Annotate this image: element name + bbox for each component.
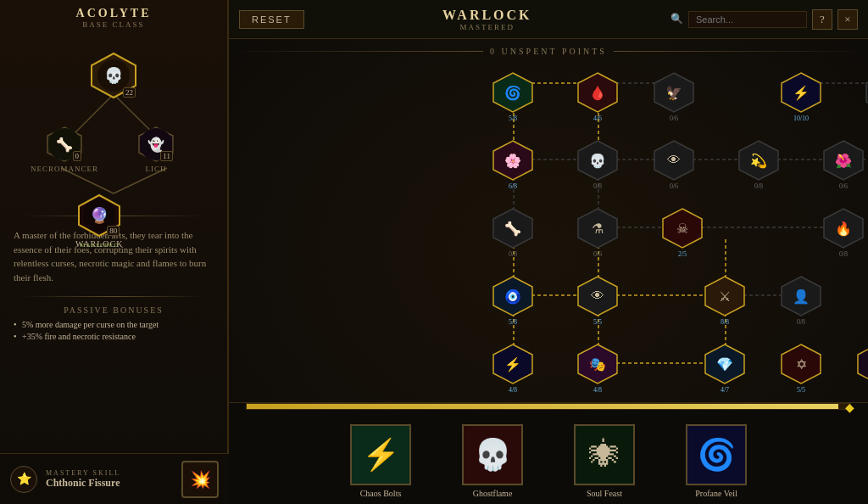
search-input[interactable]	[688, 11, 807, 28]
hex-count-n14: 0/8	[509, 250, 517, 258]
unspent-bar: 0 Unspent Points	[229, 39, 868, 63]
tree-node-n17[interactable]: 🔥 0/8	[822, 207, 865, 258]
tree-node-n21[interactable]: 👁 5/5	[576, 275, 619, 326]
tree-node-n26[interactable]: ⚡ 4/8	[492, 343, 534, 394]
xp-bar-fill	[247, 404, 838, 409]
hex-wrap-n21: 👁	[576, 275, 619, 317]
tree-node-n15[interactable]: ⚗ 0/6	[576, 207, 619, 258]
tree-node-n23[interactable]: 👤 0/8	[780, 275, 822, 326]
bottom-skills-container: ⚡ Chaos Bolts 💀 Ghostflame 🕷 Soul Feast …	[263, 424, 834, 498]
warlock-mastered: Mastered	[80, 242, 119, 249]
passive-item-2: +35% fire and necrotic resistance	[14, 332, 214, 341]
tree-node-n5[interactable]: 🤚 0/5	[865, 71, 868, 122]
passive-bonuses: Passive Bonuses 5% more damage per curse…	[0, 302, 227, 347]
hex-wrap-n8: 🌸	[492, 139, 534, 182]
node-necromancer[interactable]: 🦴 0 Necromancer	[31, 126, 98, 173]
top-bar-controls: 🔍 ? ×	[670, 9, 858, 30]
hex-count-n28: 4/7	[721, 386, 729, 394]
tree-node-n20[interactable]: 🧿 5/8	[492, 275, 534, 326]
class-header: Acolyte Base Class	[76, 0, 152, 32]
hex-wrap-n20: 🧿	[492, 275, 534, 317]
bottom-skill-chaos-bolts[interactable]: ⚡ Chaos Bolts	[350, 424, 411, 498]
bottom-skill-icon-chaos-bolts: ⚡	[350, 424, 411, 485]
hex-wrap-n23: 👤	[780, 275, 822, 317]
tree-node-n16[interactable]: ☠ 2/5	[661, 207, 704, 258]
search-icon: 🔍	[670, 13, 683, 25]
reset-button[interactable]: Reset	[239, 10, 304, 29]
class-name: Acolyte	[76, 7, 152, 20]
left-panel: Acolyte Base Class 💀 22	[0, 0, 229, 504]
tree-node-n30[interactable]: 🕷 2/5	[856, 343, 868, 394]
xp-bar-arrow: ◆	[845, 400, 854, 415]
mastery-icon[interactable]: 💥	[181, 461, 219, 498]
hex-count-n12: 0/6	[839, 182, 848, 190]
hex-icon-n14: 🦴	[504, 221, 521, 237]
hex-icon-n17: 🔥	[835, 221, 852, 237]
warlock-title-block: Warlock Mastered	[313, 8, 662, 31]
tree-node-n29[interactable]: ✡ 5/5	[780, 343, 822, 394]
divider-2	[23, 296, 204, 297]
node-lich[interactable]: 👻 11 Lich	[137, 126, 175, 173]
bottom-skill-icon-symbol-soul-feast: 🕷	[589, 437, 620, 473]
bottom-skill-soul-feast[interactable]: 🕷 Soul Feast	[574, 424, 635, 498]
tree-node-n27[interactable]: 🎭 4/8	[576, 343, 619, 394]
hex-wrap-n4: ⚡	[780, 71, 822, 114]
node-acolyte[interactable]: 💀 22	[90, 52, 137, 99]
bottom-skill-ghostflame[interactable]: 💀 Ghostflame	[462, 424, 523, 498]
unspent-text: 0 Unspent Points	[490, 47, 607, 56]
hex-wrap-n3: 🦅	[653, 71, 695, 114]
mastery-skill-star-icon: ⭐	[10, 466, 37, 493]
hex-icon-n10: 👁	[667, 153, 681, 168]
tree-node-n12[interactable]: 🌺 0/6	[822, 139, 865, 190]
node-warlock[interactable]: 🔮 80 Warlock Mastered	[75, 193, 123, 249]
tree-node-n10[interactable]: 👁 0/6	[653, 139, 695, 190]
hex-svg-n30	[856, 343, 868, 385]
hex-wrap-n2: 🩸	[576, 71, 619, 114]
tree-node-n11[interactable]: 💫 0/8	[737, 139, 780, 190]
help-button[interactable]: ?	[812, 9, 832, 30]
class-label: Base Class	[76, 20, 152, 29]
passive-title: Passive Bonuses	[14, 305, 214, 315]
tree-node-n14[interactable]: 🦴 0/8	[492, 207, 534, 258]
mastery-info: Mastery Skill Chthonic Fissure	[46, 469, 173, 490]
hex-count-n16: 2/5	[678, 250, 687, 258]
hex-count-n22: 8/8	[721, 318, 729, 326]
tree-node-n1[interactable]: 🌀 5/8	[492, 71, 534, 122]
warlock-title-sub: Mastered	[313, 23, 662, 31]
lich-label: Lich	[146, 165, 167, 173]
xp-bar-bg	[246, 403, 851, 410]
hex-wrap-n14: 🦴	[492, 207, 534, 249]
tree-node-n9[interactable]: 💀 0/8	[576, 139, 619, 190]
hex-icon-n4: ⚡	[793, 85, 810, 101]
bottom-skill-icon-soul-feast: 🕷	[574, 424, 635, 485]
bottom-skill-profane-veil[interactable]: 🌀 Profane Veil	[686, 424, 747, 498]
tree-node-n2[interactable]: 🩸 4/6	[576, 71, 619, 122]
bottom-skill-icon-ghostflame: 💀	[462, 424, 523, 485]
mastery-icon-symbol: 💥	[190, 469, 211, 490]
hex-wrap-n17: 🔥	[822, 207, 865, 249]
skill-tree-area: 🌀 5/8 🩸 4/6 🦅 0/6 ⚡ 10/10	[229, 63, 868, 419]
hex-icon-n26: ⚡	[504, 356, 521, 372]
mastery-skill-bar[interactable]: ⭐ Mastery Skill Chthonic Fissure 💥	[0, 453, 229, 504]
necromancer-level: 0	[73, 151, 82, 161]
hex-count-n8: 6/8	[509, 182, 517, 190]
close-button[interactable]: ×	[837, 9, 858, 30]
hex-icon-n28: 💎	[716, 356, 733, 372]
hex-icon-n9: 💀	[589, 153, 606, 169]
hex-wrap-n30: 🕷	[856, 343, 868, 385]
right-panel: Reset Warlock Mastered 🔍 ? × 0 Unspent P…	[229, 0, 868, 504]
tree-node-n8[interactable]: 🌸 6/8	[492, 139, 534, 190]
hex-icon-n12: 🌺	[835, 153, 852, 169]
hex-count-n23: 0/8	[797, 318, 805, 326]
hex-count-n21: 5/5	[593, 318, 602, 326]
hex-wrap-n12: 🌺	[822, 139, 865, 182]
tree-node-n4[interactable]: ⚡ 10/10	[780, 71, 822, 122]
bottom-skill-icon-symbol-ghostflame: 💀	[474, 437, 512, 473]
hex-svg-n5	[865, 71, 868, 114]
bottom-skill-name-soul-feast: Soul Feast	[587, 489, 622, 498]
hex-icon-n1: 🌀	[504, 85, 521, 101]
tree-node-n3[interactable]: 🦅 0/6	[653, 71, 695, 122]
tree-node-n22[interactable]: ⚔ 8/8	[704, 275, 746, 326]
passive-item-1: 5% more damage per curse on the target	[14, 320, 214, 329]
tree-node-n28[interactable]: 💎 4/7	[704, 343, 746, 394]
